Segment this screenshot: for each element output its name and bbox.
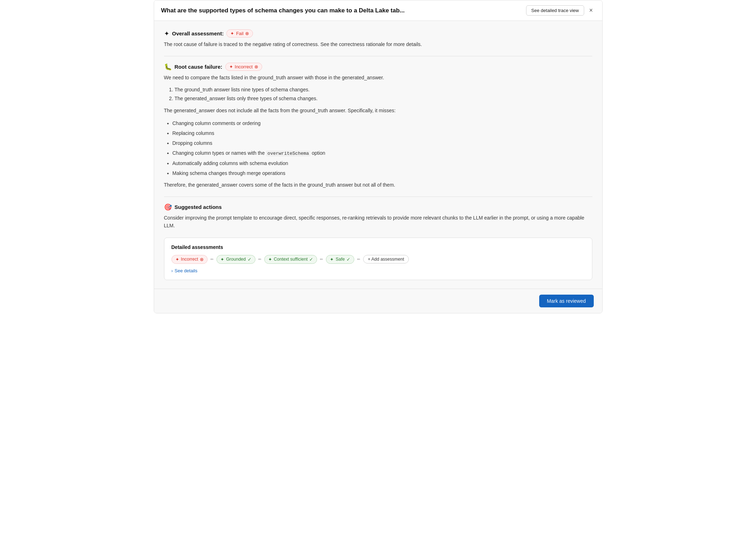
incorrect-badge: ✦ Incorrect ⊗ [225,63,263,71]
list-item: Changing column types or names with the … [173,148,592,158]
list-item: Automatically adding columns with schema… [173,158,592,168]
footer: Mark as reviewed [154,289,602,313]
root-cause-numbered-list: The ground_truth answer lists nine types… [175,85,592,103]
root-cause-label: Root cause failure: [175,64,222,70]
grounded-tag-icon: ✦ [220,257,224,262]
incorrect-tag-close: ⊗ [200,257,204,262]
incorrect-edit-icon[interactable]: ✏ [210,257,214,262]
see-details-chevron: › [171,268,173,273]
fail-badge-icon: ✦ [230,31,234,36]
list-item: Dropping columns [173,138,592,148]
header-actions: See detailed trace view × [526,5,595,16]
see-details-label: See details [175,268,197,273]
see-details-button[interactable]: › See details [171,268,585,273]
missed-items-list: Changing column comments or ordering Rep… [173,118,592,178]
overall-assessment-label: Overall assessment: [172,30,224,36]
fail-badge: ✦ Fail ⊗ [226,29,253,38]
context-tag-text: Context sufficient [274,257,308,262]
main-content: ✦ Overall assessment: ✦ Fail ⊗ The root … [154,21,602,289]
suggested-actions-header: 🎯 Suggested actions [164,203,592,211]
fail-badge-text: Fail [236,31,243,36]
list-item: The ground_truth answer lists nine types… [175,85,592,94]
missed-intro: The generated_answer does not include al… [164,107,592,114]
root-cause-conclusion: Therefore, the generated_answer covers s… [164,181,592,189]
context-tag-icon: ✦ [268,257,272,262]
main-panel: What are the supported types of schema c… [154,0,603,313]
incorrect-badge-icon: ✦ [229,64,233,69]
mark-reviewed-button[interactable]: Mark as reviewed [539,295,594,307]
divider-2 [164,197,592,197]
grounded-tag-text: Grounded [226,257,246,262]
grounded-tag-check: ✓ [248,257,252,262]
assessment-tags: ✦ Incorrect ⊗ ✏ ✦ Grounded ✓ ✏ ✦ Context… [171,255,585,264]
suggested-actions-icon: 🎯 [164,203,172,211]
context-edit-icon[interactable]: ✏ [320,257,323,262]
list-item: Changing column comments or ordering [173,118,592,128]
context-assessment-tag[interactable]: ✦ Context sufficient ✓ [264,255,317,264]
root-cause-icon: 🐛 [164,63,172,71]
root-cause-intro: We need to compare the facts listed in t… [164,74,592,81]
overall-assessment-section: ✦ Overall assessment: ✦ Fail ⊗ The root … [164,29,592,48]
detailed-assessments-box: Detailed assessments ✦ Incorrect ⊗ ✏ ✦ G… [164,238,592,280]
close-button[interactable]: × [587,6,595,15]
safe-edit-icon[interactable]: ✏ [357,257,360,262]
root-cause-header: 🐛 Root cause failure: ✦ Incorrect ⊗ [164,63,592,71]
trace-view-button[interactable]: See detailed trace view [526,5,584,16]
safe-tag-icon: ✦ [330,257,334,262]
divider-1 [164,56,592,56]
page-title: What are the supported types of schema c… [161,7,526,14]
safe-tag-text: Safe [335,257,345,262]
overall-assessment-icon: ✦ [164,30,169,38]
header: What are the supported types of schema c… [154,0,602,21]
incorrect-badge-close-icon: ⊗ [254,64,258,69]
detailed-assessments-title: Detailed assessments [171,244,585,250]
incorrect-assessment-tag[interactable]: ✦ Incorrect ⊗ [171,255,208,264]
add-assessment-button[interactable]: + Add assessment [363,255,409,263]
suggested-actions-section: 🎯 Suggested actions Consider improving t… [164,203,592,230]
overall-assessment-header: ✦ Overall assessment: ✦ Fail ⊗ [164,29,592,38]
incorrect-tag-icon: ✦ [175,257,179,262]
suggested-actions-description: Consider improving the prompt template t… [164,214,592,230]
fail-badge-close-icon: ⊗ [245,31,249,36]
incorrect-tag-text: Incorrect [181,257,198,262]
context-tag-check: ✓ [309,257,313,262]
overall-assessment-description: The root cause of failure is traced to t… [164,40,592,48]
grounded-assessment-tag[interactable]: ✦ Grounded ✓ [216,255,255,264]
root-cause-section: 🐛 Root cause failure: ✦ Incorrect ⊗ We n… [164,63,592,189]
list-item: Replacing columns [173,128,592,138]
list-item: The generated_answer lists only three ty… [175,94,592,103]
suggested-actions-label: Suggested actions [175,204,222,210]
safe-assessment-tag[interactable]: ✦ Safe ✓ [326,255,354,264]
list-item: Making schema changes through merge oper… [173,168,592,178]
safe-tag-check: ✓ [346,257,350,262]
incorrect-badge-text: Incorrect [235,64,253,69]
grounded-edit-icon[interactable]: ✏ [258,257,261,262]
